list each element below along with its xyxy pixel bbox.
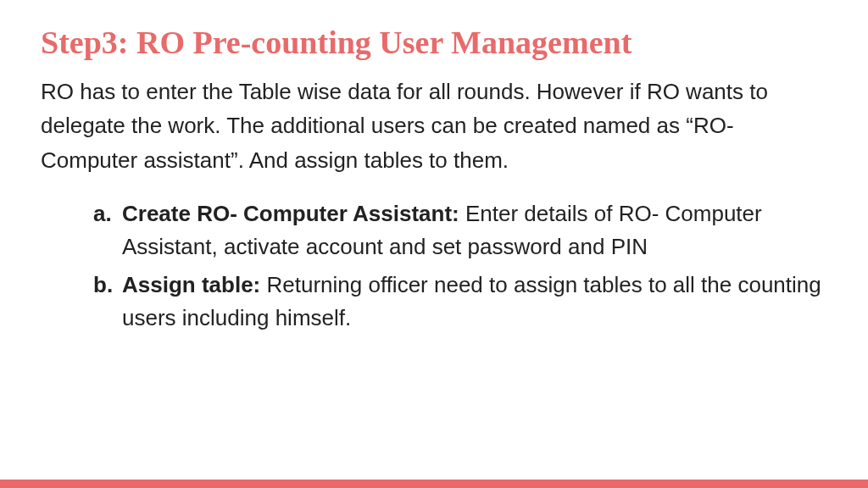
list-body: Assign table: Returning officer need to … <box>122 269 827 335</box>
bottom-accent-bar <box>0 480 868 488</box>
slide-content: Step3: RO Pre-counting User Management R… <box>0 0 868 335</box>
slide-heading: Step3: RO Pre-counting User Management <box>41 24 827 61</box>
list-marker: b. <box>93 269 122 335</box>
list-marker: a. <box>93 197 122 263</box>
list-body: Create RO- Computer Assistant: Enter det… <box>122 197 827 263</box>
list-item-title: Assign table: <box>122 272 260 297</box>
list-item-title: Create RO- Computer Assistant: <box>122 201 459 226</box>
intro-paragraph: RO has to enter the Table wise data for … <box>41 75 827 177</box>
list-item: a. Create RO- Computer Assistant: Enter … <box>93 197 827 263</box>
list-item: b. Assign table: Returning officer need … <box>93 269 827 335</box>
ordered-list: a. Create RO- Computer Assistant: Enter … <box>41 197 827 335</box>
